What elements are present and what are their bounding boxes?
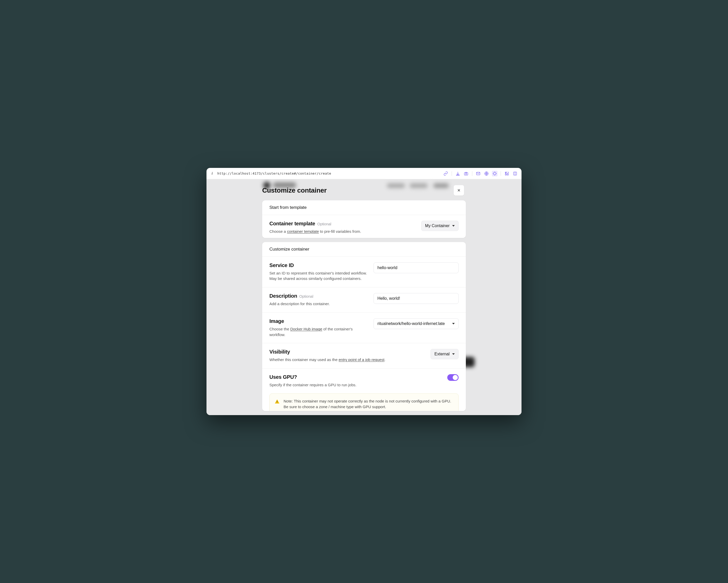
svg-rect-0 [456, 175, 459, 175]
service-id-desc: Set an ID to represent this container's … [269, 270, 367, 282]
svg-rect-1 [464, 172, 468, 175]
gpu-warning-text: Note: This container may not operate cor… [284, 398, 453, 410]
camera-icon[interactable] [463, 171, 469, 176]
visibility-title: Visibility [269, 349, 424, 355]
optional-tag: Optional [317, 222, 331, 226]
modal-title: Customize container [262, 187, 327, 194]
toolbar-icons [443, 171, 518, 176]
target-icon[interactable] [492, 171, 497, 176]
description-title: Description Optional [269, 293, 367, 299]
image-combo[interactable]: ritualnetwork/hello-world-infernet:late [373, 318, 459, 329]
download-icon[interactable] [455, 171, 461, 176]
template-card: Start from template Container template O… [262, 200, 466, 238]
customize-card: Customize container Service ID Set an ID… [262, 242, 466, 411]
description-input[interactable] [373, 293, 459, 304]
panel-icon[interactable] [512, 171, 518, 176]
gpu-toggle[interactable] [447, 374, 459, 381]
visibility-select[interactable]: External [431, 349, 459, 359]
description-desc: Add a description for this container. [269, 301, 367, 307]
url-bar: i http://localhost:4173/clusters/create#… [207, 168, 521, 179]
entry-point-link[interactable]: entry point of a job request [338, 357, 384, 362]
browser-window: i http://localhost:4173/clusters/create#… [207, 168, 521, 415]
image-title: Image [269, 318, 367, 324]
info-icon[interactable]: i [210, 171, 214, 176]
globe-icon[interactable] [484, 171, 489, 176]
chevron-down-icon [452, 323, 455, 325]
template-card-header: Start from template [262, 200, 466, 215]
warning-icon [275, 399, 280, 404]
gpu-warning-note: Note: This container may not operate cor… [269, 393, 459, 411]
puzzle-icon[interactable] [504, 171, 510, 176]
page-backdrop: Customize container Start from template … [207, 179, 521, 415]
container-template-desc: Choose a container template to pre-fill … [269, 229, 415, 234]
url-text[interactable]: http://localhost:4173/clusters/create#/c… [217, 171, 440, 175]
svg-point-5 [493, 172, 496, 175]
chevron-down-icon [452, 353, 455, 355]
docker-hub-link[interactable]: Docker Hub image [290, 327, 322, 331]
link-icon[interactable] [443, 171, 448, 176]
mail-icon[interactable] [475, 171, 481, 176]
close-button[interactable] [453, 185, 464, 196]
gpu-title: Uses GPU? [269, 374, 441, 380]
customize-container-modal: Customize container Start from template … [262, 184, 466, 415]
visibility-desc: Whether this container may used as the e… [269, 357, 424, 363]
close-icon [457, 188, 461, 192]
service-id-input[interactable] [373, 262, 459, 273]
container-template-link[interactable]: container template [287, 229, 319, 233]
chevron-down-icon [452, 225, 455, 227]
gpu-desc: Specify if the container requires a GPU … [269, 382, 441, 388]
service-id-title: Service ID [269, 262, 367, 268]
customize-card-header: Customize container [262, 242, 466, 257]
optional-tag: Optional [299, 294, 313, 299]
image-desc: Choose the Docker Hub image of the conta… [269, 326, 367, 338]
container-template-select[interactable]: My Container [421, 221, 459, 231]
svg-point-2 [466, 173, 467, 174]
container-template-title: Container template Optional [269, 221, 415, 227]
